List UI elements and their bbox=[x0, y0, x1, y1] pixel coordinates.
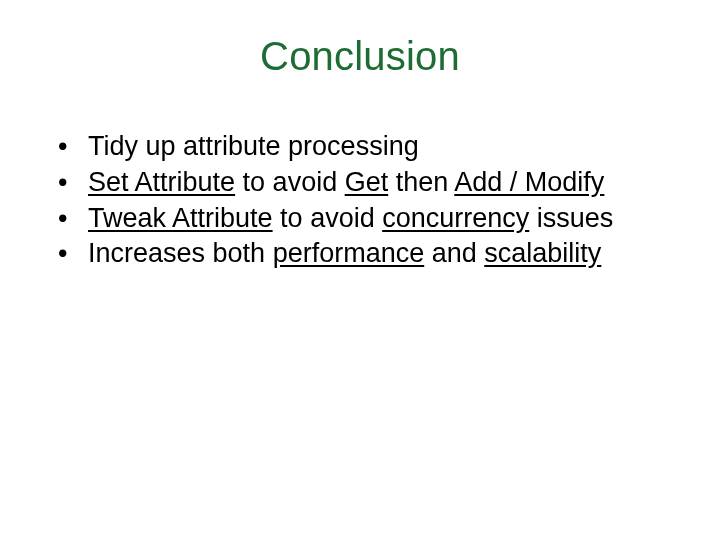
text-run: performance bbox=[273, 238, 425, 268]
slide-body: Tidy up attribute processingSet Attribut… bbox=[48, 130, 672, 273]
bullet-item: Increases both performance and scalabili… bbox=[48, 237, 672, 271]
text-run: scalability bbox=[484, 238, 601, 268]
text-run: Tidy up attribute processing bbox=[88, 131, 419, 161]
text-run: Get bbox=[345, 167, 389, 197]
text-run: issues bbox=[529, 203, 613, 233]
text-run: and bbox=[424, 238, 484, 268]
bullet-item: Tidy up attribute processing bbox=[48, 130, 672, 164]
bullet-list: Tidy up attribute processingSet Attribut… bbox=[48, 130, 672, 271]
slide-title: Conclusion bbox=[0, 34, 720, 79]
text-run: Tweak Attribute bbox=[88, 203, 273, 233]
slide: Conclusion Tidy up attribute processingS… bbox=[0, 0, 720, 540]
bullet-item: Set Attribute to avoid Get then Add / Mo… bbox=[48, 166, 672, 200]
text-run: Increases both bbox=[88, 238, 273, 268]
text-run: Set Attribute bbox=[88, 167, 235, 197]
text-run: concurrency bbox=[382, 203, 529, 233]
text-run: Add / Modify bbox=[454, 167, 604, 197]
text-run: to avoid bbox=[235, 167, 345, 197]
bullet-item: Tweak Attribute to avoid concurrency iss… bbox=[48, 202, 672, 236]
text-run: then bbox=[388, 167, 454, 197]
text-run: to avoid bbox=[273, 203, 383, 233]
